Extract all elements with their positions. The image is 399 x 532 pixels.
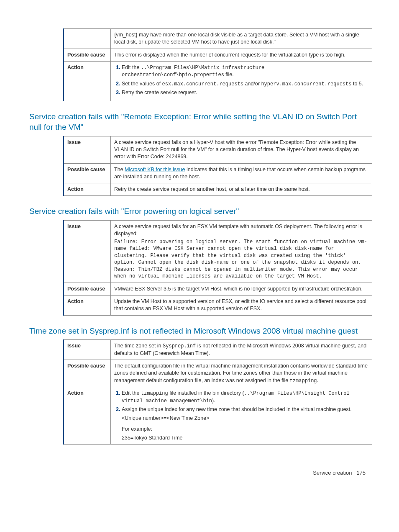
issue-table-1: {vm_host} may have more than one local d… <box>63 28 372 101</box>
possible-cause-label: Possible cause <box>64 283 111 295</box>
issue-table-3: Issue A create service request fails for… <box>63 220 372 316</box>
issue-table-2: Issue A create service request fails on … <box>63 136 372 196</box>
text: The <box>114 167 125 172</box>
possible-cause-text: This error is displayed when the number … <box>111 49 372 61</box>
issue-intro: A create service request fails for an ES… <box>114 223 368 238</box>
action-text: Update the VM Host to a supported versio… <box>111 296 372 316</box>
action-step-1: Edit the ..\Program Files\HP\Matrix infr… <box>122 64 368 79</box>
issue-table-4: Issue The time zone set in Sysprep.inf i… <box>63 339 372 445</box>
footer-page: 175 <box>356 470 366 476</box>
possible-cause-label: Possible cause <box>64 360 111 387</box>
action-cell: Edit the ..\Program Files\HP\Matrix infr… <box>111 61 372 101</box>
text: ). <box>212 398 215 403</box>
issue-error-code: Failure: Error powering on logical serve… <box>114 239 368 280</box>
possible-cause-label: Possible cause <box>64 163 111 183</box>
text: file installed in the bin directory ( <box>168 390 244 396</box>
action-step-2: Assign the unique index for any new time… <box>122 406 368 413</box>
heading-timezone: Time zone set in Sysprep.inf is not refl… <box>29 326 370 337</box>
issue-label: Issue <box>64 221 111 283</box>
code: tzmapping <box>290 378 317 384</box>
action-label: Action <box>64 387 111 445</box>
action-step-1: Edit the tzmapping file installed in the… <box>122 390 368 404</box>
action-label: Action <box>64 296 111 316</box>
code: esx.max.concurrent.requests <box>162 81 243 87</box>
heading-error-powering: Service creation fails with "Error power… <box>29 206 370 217</box>
action-label: Action <box>64 183 111 196</box>
page-footer: Service creation 175 <box>29 470 370 476</box>
footer-section: Service creation <box>313 470 352 476</box>
issue-continuation: {vm_host} may have more than one local d… <box>111 29 372 49</box>
action-step-3: Retry the create service request. <box>122 89 368 96</box>
empty-label <box>64 29 111 49</box>
action-text: Retry the create service request on anot… <box>111 183 372 196</box>
code: Sysprep.inf <box>163 343 196 349</box>
action-cell: Edit the tzmapping file installed in the… <box>111 387 372 445</box>
text: . <box>317 378 318 383</box>
heading-remote-exception: Service creation fails with "Remote Exce… <box>29 111 370 133</box>
possible-cause-cell: The default configuration file in the vi… <box>111 360 372 387</box>
text: to 5. <box>351 81 363 87</box>
text: The default configuration file in the vi… <box>114 363 368 383</box>
text: Edit the <box>122 64 141 70</box>
possible-cause-text: VMware ESX Server 3.5 is the target VM H… <box>111 283 372 295</box>
code-path: ..\Program Files\HP\Matrix infrastructur… <box>122 65 264 78</box>
issue-text: A create service request fails on a Hype… <box>111 136 372 163</box>
possible-cause-cell: The Microsoft KB for this issue indicate… <box>111 163 372 183</box>
text: and/or <box>243 81 261 87</box>
action-sub1: <Unique number>=<New Time Zone> <box>122 415 368 422</box>
code: tzmapping <box>141 391 168 396</box>
issue-cell: A create service request fails for an ES… <box>111 221 372 283</box>
text: Edit the <box>122 390 141 396</box>
action-label: Action <box>64 61 111 101</box>
action-sub2: For example: <box>122 426 368 433</box>
text: The time zone set in <box>114 343 163 349</box>
issue-label: Issue <box>64 340 111 360</box>
action-step-2: Set the values of esx.max.concurrent.req… <box>122 80 368 88</box>
code: hyperv.max.concurrent.requests <box>261 81 351 87</box>
text: Set the values of <box>122 81 162 87</box>
action-sub3: 235=Tokyo Standard Time <box>122 434 368 442</box>
issue-cell: The time zone set in Sysprep.inf is not … <box>111 340 372 360</box>
text: file. <box>224 72 234 77</box>
possible-cause-label: Possible cause <box>64 49 111 61</box>
microsoft-kb-link[interactable]: Microsoft KB for this issue <box>125 167 185 172</box>
issue-label: Issue <box>64 136 111 163</box>
